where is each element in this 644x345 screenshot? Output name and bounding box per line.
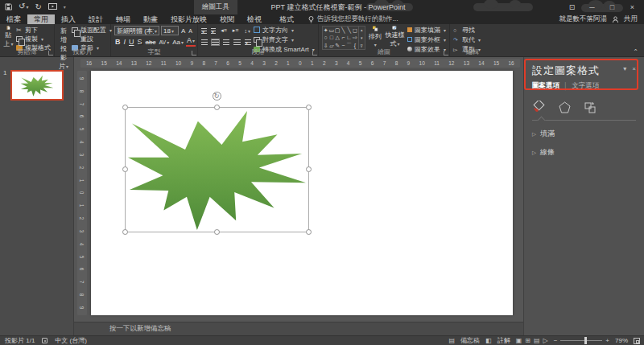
tab-format[interactable]: 格式 bbox=[273, 14, 300, 24]
collapse-ribbon-icon[interactable]: ⌃ bbox=[633, 48, 638, 55]
accessibility-icon[interactable] bbox=[42, 338, 47, 343]
format-pane-section[interactable]: 線條 bbox=[532, 147, 636, 158]
tab-review[interactable]: 校閱 bbox=[213, 14, 241, 24]
line-spacing-button[interactable]: ↕ bbox=[243, 28, 251, 34]
text-direction-button[interactable]: 文字方向 bbox=[254, 26, 315, 34]
slide-sorter-view-icon[interactable]: ⊞ bbox=[525, 337, 530, 344]
explosion-shape[interactable] bbox=[126, 108, 308, 232]
align-text-button[interactable]: 對齊文字 bbox=[254, 35, 315, 43]
bullets-button[interactable] bbox=[201, 28, 207, 34]
shape-gallery-item[interactable]: ⌐ bbox=[341, 34, 345, 41]
resize-handle-e[interactable] bbox=[306, 166, 312, 172]
redo-icon[interactable]: ↻ bbox=[35, 2, 41, 12]
close-icon[interactable]: × bbox=[622, 0, 642, 14]
align-left-button[interactable] bbox=[201, 39, 208, 45]
change-case-button[interactable]: Aa bbox=[171, 39, 184, 46]
resize-handle-se[interactable] bbox=[306, 229, 312, 235]
zoom-slider-track[interactable] bbox=[560, 340, 602, 341]
minimize-icon[interactable]: ─ bbox=[582, 0, 602, 14]
resize-handle-nw[interactable] bbox=[122, 105, 128, 110]
clipboard-dialog-launcher[interactable] bbox=[48, 51, 53, 55]
slide-thumbnail[interactable] bbox=[10, 70, 64, 101]
effects-icon[interactable] bbox=[559, 101, 571, 113]
maximize-icon[interactable]: □ bbox=[602, 0, 622, 14]
align-right-button[interactable] bbox=[223, 39, 229, 45]
cut-button[interactable]: 剪下 bbox=[16, 26, 51, 34]
undo-icon[interactable]: ↺ bbox=[19, 2, 28, 12]
font-name-combo[interactable]: 新細明體 (本文) bbox=[114, 26, 159, 35]
shape-gallery-item[interactable]: ╲ bbox=[341, 27, 345, 34]
comments-toggle[interactable]: 註解 bbox=[497, 336, 510, 345]
font-color-button[interactable]: A bbox=[186, 37, 196, 47]
shape-gallery-item[interactable]: △ bbox=[335, 34, 339, 41]
arrange-button[interactable]: 排列 bbox=[368, 26, 382, 48]
strikethrough-button[interactable]: abc bbox=[145, 39, 157, 46]
shrink-font-button[interactable]: A bbox=[188, 28, 193, 34]
shape-gallery-item[interactable]: ✦ bbox=[324, 27, 328, 34]
customize-qat-icon[interactable]: ▾ bbox=[64, 4, 66, 10]
tell-me-box[interactable]: 告訴我您想要執行的動作... bbox=[308, 14, 398, 24]
tab-transitions[interactable]: 轉場 bbox=[109, 14, 137, 24]
tab-animations[interactable]: 動畫 bbox=[137, 14, 164, 24]
shape-gallery-item[interactable]: ∟ bbox=[346, 34, 352, 41]
language-indicator[interactable]: 中文 (台灣) bbox=[55, 336, 87, 345]
save-icon[interactable] bbox=[5, 3, 12, 10]
shape-outline-button[interactable]: 圖案外框 bbox=[407, 35, 446, 43]
font-size-combo[interactable]: 18 bbox=[161, 26, 179, 35]
zoom-out-icon[interactable]: − bbox=[554, 337, 558, 344]
tab-insert[interactable]: 插入 bbox=[55, 14, 82, 24]
pane-tab-text-options[interactable]: 文字選項 bbox=[572, 81, 599, 91]
find-button[interactable]: 尋找 bbox=[453, 26, 481, 34]
justify-button[interactable] bbox=[233, 39, 240, 45]
columns-button[interactable] bbox=[245, 39, 251, 45]
tab-design[interactable]: 設計 bbox=[82, 14, 109, 24]
fit-slide-to-window-icon[interactable] bbox=[634, 338, 640, 344]
zoom-in-icon[interactable]: + bbox=[605, 337, 609, 344]
shape-gallery-item[interactable]: ▭ bbox=[329, 27, 335, 34]
notes-toggle[interactable]: 備忘稿 bbox=[460, 336, 480, 345]
pane-options-caret-icon[interactable]: ▾ bbox=[623, 65, 626, 72]
decrease-indent-button[interactable]: ◂≡ bbox=[220, 27, 228, 34]
text-shadow-button[interactable]: S bbox=[137, 38, 143, 46]
shape-gallery-item[interactable]: ◻ bbox=[353, 27, 357, 34]
shape-selection-box[interactable]: ↻ bbox=[125, 107, 309, 232]
resize-handle-w[interactable] bbox=[122, 166, 128, 172]
shape-gallery-item[interactable]: □ bbox=[330, 34, 333, 41]
shapes-gallery-scrollbar[interactable]: ▴▾⊽ bbox=[358, 27, 365, 49]
slideshow-view-icon[interactable]: ▷ bbox=[543, 337, 547, 344]
pane-close-icon[interactable]: × bbox=[632, 65, 636, 72]
replace-button[interactable]: 取代 bbox=[453, 35, 481, 43]
normal-view-icon[interactable]: ▣ bbox=[516, 337, 522, 344]
size-properties-icon[interactable] bbox=[584, 101, 597, 113]
slide-canvas[interactable]: ↻ bbox=[91, 71, 513, 315]
start-slideshow-icon[interactable] bbox=[48, 3, 57, 10]
resize-handle-sw[interactable] bbox=[122, 229, 128, 235]
quick-styles-button[interactable]: 快速樣式 bbox=[385, 26, 405, 48]
pane-tab-shape-options[interactable]: 圖案選項 bbox=[532, 81, 559, 91]
shape-fill-button[interactable]: 圖案填滿 bbox=[407, 26, 446, 34]
zoom-level[interactable]: 79% bbox=[615, 337, 628, 344]
reading-view-icon[interactable]: ▤ bbox=[534, 337, 540, 344]
italic-button[interactable]: I bbox=[123, 38, 127, 46]
tab-file[interactable]: 檔案 bbox=[0, 14, 27, 24]
character-spacing-button[interactable]: AV bbox=[158, 39, 170, 45]
zoom-slider-thumb[interactable] bbox=[584, 337, 587, 344]
shape-gallery-item[interactable]: ╲ bbox=[348, 27, 351, 34]
grow-font-button[interactable]: A bbox=[180, 27, 186, 35]
resize-handle-ne[interactable] bbox=[306, 105, 312, 110]
tab-home[interactable]: 常用 bbox=[27, 14, 55, 24]
shape-gallery-item[interactable]: ○ bbox=[324, 34, 328, 41]
align-center-button[interactable] bbox=[212, 39, 218, 45]
layout-button[interactable]: 版面配置 bbox=[72, 26, 112, 34]
tab-slideshow[interactable]: 投影片放映 bbox=[164, 14, 213, 24]
rotate-handle[interactable]: ↻ bbox=[213, 92, 221, 101]
resize-handle-n[interactable] bbox=[214, 105, 220, 110]
copy-button[interactable]: 複製 bbox=[16, 35, 51, 43]
fill-and-line-icon[interactable] bbox=[532, 101, 546, 113]
account-name[interactable]: 就是數不落阿湯 bbox=[559, 14, 608, 24]
resize-handle-s[interactable] bbox=[214, 229, 220, 235]
share-button[interactable]: 共用 bbox=[624, 14, 638, 24]
format-pane-section[interactable]: 填滿 bbox=[532, 129, 636, 139]
drawing-dialog-launcher[interactable] bbox=[444, 51, 448, 55]
new-slide-button[interactable]: 新增投影片 bbox=[58, 26, 69, 48]
